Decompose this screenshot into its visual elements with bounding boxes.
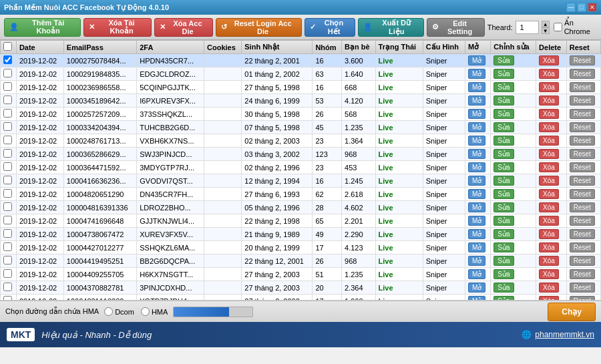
reset-button[interactable]: Reset <box>570 242 595 252</box>
row-checkbox[interactable] <box>3 202 12 211</box>
reset-button[interactable]: Reset <box>570 283 595 293</box>
xoa-button[interactable]: Xóa <box>539 216 559 226</box>
sua-button[interactable]: Sửa <box>493 216 514 226</box>
sua-button[interactable]: Sửa <box>493 176 514 186</box>
thread-down-button[interactable]: ▼ <box>542 27 550 34</box>
reset-button[interactable]: Reset <box>570 149 595 159</box>
row-checkbox[interactable] <box>3 69 12 77</box>
row-checkbox[interactable] <box>3 162 12 171</box>
mo-button[interactable]: Mở <box>468 229 485 239</box>
xoa-button[interactable]: Xóa <box>539 296 559 301</box>
xoa-button[interactable]: Xóa <box>539 283 559 293</box>
radio-hma[interactable]: HMA <box>141 307 168 316</box>
row-checkbox[interactable] <box>3 242 12 251</box>
xoa-button[interactable]: Xóa <box>539 109 559 119</box>
reset-button[interactable]: Reset <box>570 109 595 119</box>
xoa-button[interactable]: Xóa <box>539 242 559 252</box>
mo-button[interactable]: Mở <box>468 283 485 293</box>
sua-button[interactable]: Sửa <box>493 296 514 301</box>
sua-button[interactable]: Sửa <box>493 189 514 199</box>
chrome-checkbox-label[interactable]: Ẩn Chrome <box>554 19 597 35</box>
row-checkbox[interactable] <box>3 269 12 278</box>
xoa-button[interactable]: Xóa <box>539 122 559 132</box>
mo-button[interactable]: Mở <box>468 162 485 172</box>
mo-button[interactable]: Mở <box>468 96 485 106</box>
sua-button[interactable]: Sửa <box>493 283 514 293</box>
row-checkbox[interactable] <box>3 109 12 118</box>
reset-button[interactable]: Reset <box>570 296 595 301</box>
maximize-button[interactable]: □ <box>577 3 586 12</box>
sua-button[interactable]: Sửa <box>493 69 514 79</box>
row-checkbox[interactable] <box>3 122 12 131</box>
sua-button[interactable]: Sửa <box>493 149 514 159</box>
row-checkbox[interactable] <box>3 96 12 104</box>
reset-login-button[interactable]: ↺ Reset Login Acc Die <box>216 18 302 37</box>
export-data-button[interactable]: 👤 Xuất Dữ Liệu <box>358 18 424 37</box>
sua-button[interactable]: Sửa <box>493 256 514 266</box>
reset-button[interactable]: Reset <box>570 136 595 146</box>
accounts-table-container[interactable]: Date EmailPass 2FA Cookies Sinh Nhật Nhó… <box>0 40 601 301</box>
sua-button[interactable]: Sửa <box>493 109 514 119</box>
row-checkbox[interactable] <box>3 256 12 264</box>
xoa-button[interactable]: Xóa <box>539 162 559 172</box>
reset-button[interactable]: Reset <box>570 189 595 199</box>
reset-button[interactable]: Reset <box>570 96 595 106</box>
xoa-button[interactable]: Xóa <box>539 69 559 79</box>
thread-up-button[interactable]: ▲ <box>542 21 550 27</box>
xoa-button[interactable]: Xóa <box>539 149 559 159</box>
reset-button[interactable]: Reset <box>570 162 595 172</box>
radio-dcom[interactable]: Dcom <box>104 307 134 316</box>
sua-button[interactable]: Sửa <box>493 136 514 146</box>
row-checkbox[interactable] <box>3 296 12 301</box>
minimize-button[interactable]: — <box>566 3 576 12</box>
row-checkbox[interactable] <box>3 149 12 158</box>
chrome-checkbox[interactable] <box>554 23 562 31</box>
reset-button[interactable]: Reset <box>570 176 595 186</box>
xoa-button[interactable]: Xóa <box>539 229 559 239</box>
sua-button[interactable]: Sửa <box>493 122 514 132</box>
row-checkbox[interactable] <box>3 189 12 198</box>
xoa-button[interactable]: Xóa <box>539 82 559 92</box>
mo-button[interactable]: Mở <box>468 189 485 199</box>
row-checkbox[interactable] <box>3 55 12 64</box>
edit-setting-button[interactable]: ⚙ Edit Setting <box>427 18 485 37</box>
sua-button[interactable]: Sửa <box>493 229 514 239</box>
row-checkbox[interactable] <box>3 176 12 184</box>
footer-website[interactable]: phanmemmkt.vn <box>535 330 594 339</box>
mo-button[interactable]: Mở <box>468 122 485 132</box>
xoa-button[interactable]: Xóa <box>539 202 559 212</box>
reset-button[interactable]: Reset <box>570 216 595 226</box>
row-checkbox[interactable] <box>3 82 12 91</box>
mo-button[interactable]: Mở <box>468 216 485 226</box>
add-account-button[interactable]: 👤 Thêm Tài Khoản <box>4 18 81 37</box>
xoa-button[interactable]: Xóa <box>539 269 559 279</box>
reset-button[interactable]: Reset <box>570 55 595 65</box>
reset-button[interactable]: Reset <box>570 229 595 239</box>
mo-button[interactable]: Mở <box>468 109 485 119</box>
reset-button[interactable]: Reset <box>570 256 595 266</box>
reset-button[interactable]: Reset <box>570 269 595 279</box>
mo-button[interactable]: Mở <box>468 202 485 212</box>
row-checkbox[interactable] <box>3 216 12 224</box>
mo-button[interactable]: Mở <box>468 136 485 146</box>
xoa-button[interactable]: Xóa <box>539 96 559 106</box>
chon-het-button[interactable]: ✓ Chọn Hết <box>305 18 355 37</box>
mo-button[interactable]: Mở <box>468 256 485 266</box>
mo-button[interactable]: Mở <box>468 55 485 65</box>
thread-input[interactable] <box>516 21 539 34</box>
reset-button[interactable]: Reset <box>570 122 595 132</box>
xoa-button[interactable]: Xóa <box>539 136 559 146</box>
xoa-button[interactable]: Xóa <box>539 189 559 199</box>
sua-button[interactable]: Sửa <box>493 242 514 252</box>
reset-button[interactable]: Reset <box>570 69 595 79</box>
sua-button[interactable]: Sửa <box>493 55 514 65</box>
radio-hma-input[interactable] <box>141 307 150 316</box>
sua-button[interactable]: Sửa <box>493 269 514 279</box>
xoa-button[interactable]: Xóa <box>539 176 559 186</box>
sua-button[interactable]: Sửa <box>493 162 514 172</box>
xoa-button[interactable]: Xóa <box>539 256 559 266</box>
delete-acc-die-button[interactable]: ✕ Xóa Acc Die <box>154 18 213 37</box>
sua-button[interactable]: Sửa <box>493 96 514 106</box>
radio-dcom-input[interactable] <box>104 307 113 316</box>
reset-button[interactable]: Reset <box>570 82 595 92</box>
